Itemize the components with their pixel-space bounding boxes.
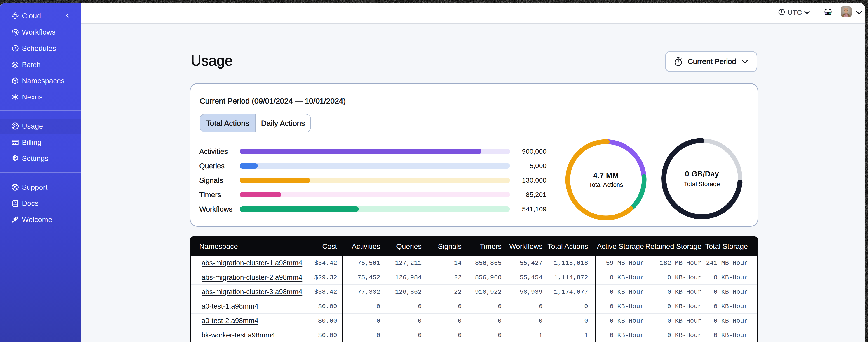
svg-text:Total Storage: Total Storage [684,181,720,187]
svg-text:0 GB/Day: 0 GB/Day [685,170,719,178]
svg-text:4.7 MM: 4.7 MM [593,171,619,179]
svg-text:Total Actions: Total Actions [589,181,623,188]
